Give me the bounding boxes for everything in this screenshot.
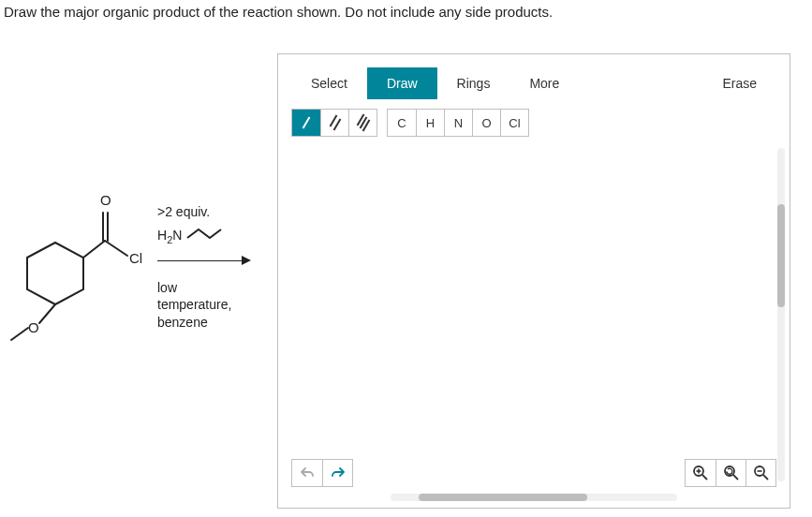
zoom-out-button[interactable] — [746, 460, 775, 486]
element-group: C H N O Cl — [387, 109, 529, 137]
equiv-text: >2 equiv. — [157, 203, 231, 221]
conditions-line-1: low — [157, 279, 231, 297]
element-h-button[interactable]: H — [416, 110, 444, 136]
vertical-scroll-thumb[interactable] — [777, 204, 785, 307]
question-prompt: Draw the major organic product of the re… — [0, 0, 812, 20]
tab-draw[interactable]: Draw — [367, 67, 437, 99]
undo-icon — [300, 465, 315, 480]
svg-line-11 — [733, 475, 738, 480]
element-o-button[interactable]: O — [472, 110, 500, 136]
drawing-canvas[interactable] — [284, 148, 773, 481]
tab-select[interactable]: Select — [291, 67, 367, 99]
conditions-line-3: benzene — [157, 314, 231, 332]
editor-tabs: Select Draw Rings More Erase — [291, 67, 776, 99]
zoom-in-icon — [692, 465, 709, 481]
triple-bond-icon — [355, 114, 372, 131]
triple-bond-button[interactable] — [348, 110, 376, 136]
element-c-button[interactable]: C — [388, 110, 416, 136]
double-bond-icon — [327, 114, 344, 131]
zoom-group — [685, 459, 776, 487]
label-Cl: Cl — [129, 250, 142, 266]
single-bond-button[interactable] — [292, 110, 320, 136]
svg-line-3 — [105, 241, 127, 256]
double-bond-button[interactable] — [320, 110, 348, 136]
tab-more[interactable]: More — [509, 67, 579, 99]
svg-line-0 — [83, 241, 105, 258]
single-bond-icon — [298, 114, 315, 131]
zoom-reset-icon — [723, 465, 740, 481]
history-group — [291, 459, 353, 487]
reaction-arrow — [157, 253, 231, 272]
svg-line-5 — [11, 328, 28, 340]
tab-rings[interactable]: Rings — [437, 67, 510, 99]
zoom-out-icon — [753, 465, 770, 481]
label-O-bottom: O — [28, 319, 39, 335]
element-n-button[interactable]: N — [444, 110, 472, 136]
svg-line-7 — [702, 475, 707, 480]
conditions-line-2: temperature, — [157, 296, 231, 314]
redo-button[interactable] — [322, 460, 352, 486]
svg-line-4 — [39, 304, 55, 323]
amine-formula: H2N — [157, 227, 231, 247]
reactant-structure: O Cl O — [4, 185, 152, 353]
svg-line-13 — [763, 475, 768, 480]
undo-button[interactable] — [292, 460, 322, 486]
reaction-scheme: O Cl O >2 equiv. H2N low temperature, be… — [0, 53, 272, 353]
amine-h: H — [157, 228, 167, 243]
zoom-in-button[interactable] — [686, 460, 716, 486]
structure-editor: Select Draw Rings More Erase — [277, 53, 790, 509]
element-cl-button[interactable]: Cl — [500, 110, 528, 136]
zoom-reset-button[interactable] — [716, 460, 746, 486]
tab-erase[interactable]: Erase — [702, 67, 776, 99]
label-O-top: O — [100, 192, 111, 208]
reagent-conditions: >2 equiv. H2N low temperature, benzene — [157, 203, 231, 332]
vertical-scrollbar[interactable] — [777, 148, 785, 481]
horizontal-scrollbar[interactable] — [391, 494, 677, 501]
bond-tool-group — [291, 109, 377, 137]
amine-n: N — [172, 228, 182, 243]
redo-icon — [331, 465, 346, 480]
horizontal-scroll-thumb[interactable] — [419, 494, 587, 501]
propyl-skeletal-icon — [185, 227, 225, 242]
